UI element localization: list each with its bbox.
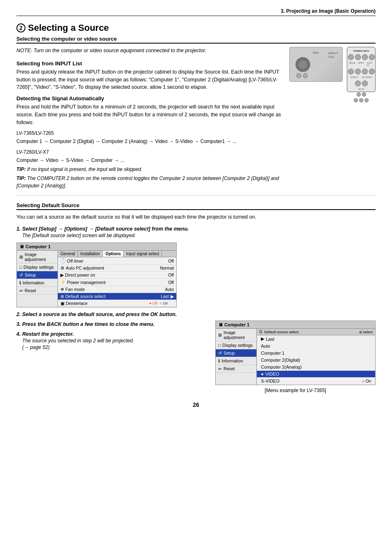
section1-title: Selecting the computer or video source — [16, 36, 376, 44]
submenu-svideo[interactable]: S-VIDEO ○ On — [257, 378, 375, 385]
menu1-tabs: General Installation Options Input signa… — [58, 251, 176, 257]
disp-label: Display settings — [23, 265, 54, 270]
submenu-video[interactable]: ● VIDEO — [257, 371, 375, 378]
reset-label: Reset — [25, 288, 36, 293]
sidebar-image-adjustment[interactable]: ⊞ Image adjustment — [17, 251, 58, 263]
step4-sub: The source you selected in step 2 will b… — [22, 338, 209, 344]
subsec-detect-body: Press and hold the INPUT button for a mi… — [16, 103, 281, 126]
top-images: INPUTVOL VER POWER INFO IMAGEINPUTAUTO F… — [289, 47, 376, 191]
info-icon: ℹ — [19, 280, 21, 285]
step-3: 3. Press the BACK button a few times to … — [16, 321, 209, 327]
step-4: 4. Restart the projector. The source you… — [16, 331, 209, 350]
menu2-sidebar-setup[interactable]: ↺ Setup — [216, 349, 256, 357]
section-default: Selecting Default Source You can set a s… — [16, 202, 376, 393]
submenu-auto[interactable]: Auto — [257, 343, 375, 350]
row-off-timer: 🕐 Off timer Off — [58, 257, 176, 265]
menu-caption: [Menu example for LV-7365] — [215, 388, 376, 393]
sidebar-information[interactable]: ℹ Information — [17, 279, 58, 287]
radio-on-label: ○ On — [160, 301, 168, 305]
divider — [16, 195, 376, 196]
tab-input-signal[interactable]: Input signal select — [124, 251, 162, 257]
img-adj-label: Image adjustment — [25, 252, 55, 262]
menu1-title: 🖥 Computer 1 — [17, 243, 176, 251]
reset-icon: ⇐ — [19, 288, 23, 293]
submenu-computer2analog[interactable]: Computer 2(Analog) — [257, 364, 375, 371]
sidebar-reset[interactable]: ⇐ Reset — [17, 287, 58, 295]
step3-label: 3. Press the BACK button a few times to … — [16, 321, 154, 327]
row-power-mgmt: ⚡ Power management Off — [58, 279, 176, 286]
menu1-window-title: Computer 1 — [25, 244, 51, 249]
menu2-sidebar-disp[interactable]: □ Display settings — [216, 342, 256, 349]
tab-options[interactable]: Options — [103, 251, 124, 257]
direct-pwr-icon: ▶ — [60, 272, 64, 277]
menu2-computer-icon: 🖥 — [218, 322, 223, 327]
radio-off-label: ● Off — [149, 301, 157, 305]
remote-image: POWER INFO IMAGEINPUTAUTO FC ASPECTNO SH… — [347, 47, 376, 92]
step1-sub: The [Default source select] screen will … — [22, 233, 209, 238]
tip1: TIP: If no input signal is present, the … — [16, 166, 281, 173]
projector-lens — [295, 57, 310, 72]
submenu-computer1[interactable]: Computer 1 — [257, 350, 375, 357]
sidebar-display-settings[interactable]: □ Display settings — [17, 263, 58, 271]
submenu-last[interactable]: ▶ Last — [257, 335, 375, 343]
arrow-last: ▶ — [261, 336, 264, 342]
top-text: NOTE: Turn on the computer or video sour… — [16, 47, 281, 191]
menu1-body: ⊞ Image adjustment □ Display settings ↺ … — [17, 251, 176, 307]
svideo-val: ○ On — [362, 379, 371, 383]
off-timer-icon: 🕐 — [60, 258, 66, 263]
menu2-title: 🖥 Computer 1 — [216, 321, 375, 329]
info-label: Information — [23, 280, 44, 285]
m2-disp-label: Display settings — [222, 343, 253, 348]
subsec-detect-title: Detecting the Signal Automatically — [16, 95, 281, 102]
fan-icon: ❄ — [60, 287, 64, 292]
top-area: NOTE: Turn on the computer or video sour… — [16, 47, 376, 191]
m2-info-icon: ℹ — [218, 358, 220, 363]
setup-label: Setup — [25, 272, 36, 277]
disp-icon: □ — [19, 265, 22, 270]
menu2-sidebar-img-adj[interactable]: ⊞ Image adjustment — [216, 329, 256, 342]
row-auto-pc: ⚙ Auto PC adjustment Normal — [58, 265, 176, 272]
m2-info-label: Information — [221, 358, 243, 363]
step-2: 2. Select a source as the default source… — [16, 312, 209, 317]
section-number: 2 — [16, 23, 25, 32]
menu2-content: G Default source select al select ▶ Last… — [257, 329, 375, 385]
tab-installation[interactable]: Installation — [78, 251, 103, 257]
note-text: NOTE: Turn on the computer or video sour… — [16, 47, 281, 55]
arrow-right-icon: ▶ — [171, 294, 174, 299]
menu1-computer-icon: 🖥 — [19, 244, 24, 249]
m2-img-icon: ⊞ — [218, 332, 222, 337]
menu2-sidebar-reset[interactable]: ⇐ Reset — [216, 365, 256, 373]
lv7365-sequence: Computer 1 → Computer 2 (Digital) → Comp… — [16, 138, 281, 145]
step2-label: 2. Select a source as the default source… — [16, 312, 177, 317]
steps-left: 1. Select [Setup] → [Options] → [Default… — [16, 226, 209, 354]
tab-general[interactable]: General — [58, 251, 78, 257]
page-number: 26 — [16, 402, 376, 408]
m2-setup-label: Setup — [224, 351, 235, 355]
m2-submenu-title: Default source select — [264, 330, 299, 334]
power-mgmt-icon: ⚡ — [60, 279, 66, 285]
m2-setup-icon: ↺ — [218, 351, 222, 355]
row-fan-mode: ❄ Fan mode Auto — [58, 286, 176, 293]
menu1-sidebar: ⊞ Image adjustment □ Display settings ↺ … — [17, 251, 58, 307]
row-direct-power: ▶ Direct power on Off — [58, 272, 176, 279]
lv7260-label: LV-7260/LV-X7 — [16, 148, 281, 156]
main-title: 2 Selecting a Source — [16, 23, 376, 33]
lv7260-sequence: Computer → Video → S-Video → Computer → … — [16, 157, 281, 164]
deint-icon: ▣ — [60, 301, 65, 306]
section-title-text: Selecting a Source — [28, 23, 109, 33]
menu1-box: 🖥 Computer 1 ⊞ Image adjustment □ Displa… — [16, 242, 177, 307]
steps-area: 1. Select [Setup] → [Options] → [Default… — [16, 226, 376, 393]
header-title: 3. Projecting an Image (Basic Operation) — [281, 8, 376, 14]
projector-image: INPUTVOL VER — [289, 47, 343, 82]
step-1: 1. Select [Setup] → [Options] → [Default… — [16, 226, 209, 238]
m2-reset-icon: ⇐ — [218, 366, 222, 371]
row-default-source[interactable]: ⊛ Default source select Last ▶ — [58, 293, 176, 300]
m2-partial-icon: G — [259, 330, 263, 334]
menu2-sidebar-info[interactable]: ℹ Information — [216, 357, 256, 365]
submenu-computer2digital[interactable]: Computer 2(Digital) — [257, 357, 375, 364]
sidebar-setup[interactable]: ↺ Setup — [17, 271, 58, 279]
bullet-video: ● — [261, 372, 264, 376]
subsec-input-body: Press and quickly release the INPUT butt… — [16, 68, 281, 91]
row-deinterlace: ▣ Deinterlace ● Off ○ On — [58, 300, 176, 307]
source-icon: ⊛ — [60, 294, 64, 299]
